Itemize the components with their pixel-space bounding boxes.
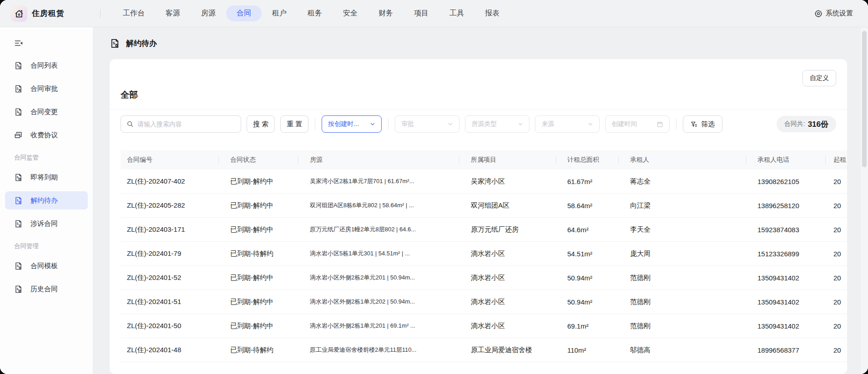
cell-contract-id: ZL(住)-202401-52 (121, 274, 218, 282)
cell-tenant: 范德刚 (618, 322, 746, 330)
sort-dropdown-value: 按创建时... (328, 120, 359, 128)
sidebar-item-label: 解约待办 (30, 196, 58, 205)
house-logo-icon (11, 5, 27, 22)
brand[interactable]: 住房租赁 (11, 5, 65, 22)
cell-area: 110m² (555, 346, 618, 354)
cell-project: 滴水岩小区 (459, 322, 555, 330)
cell-contract-id: ZL(住)-202407-402 (121, 177, 218, 186)
sidebar-section-contract-supervision: 合同监管 (5, 149, 88, 168)
cell-contract-id: ZL(住)-202401-51 (121, 298, 218, 306)
vertical-scrollbar[interactable] (861, 27, 868, 374)
sidebar-collapse-button[interactable] (5, 35, 88, 56)
cell-phone: 13509431402 (746, 298, 825, 306)
cell-contract-id: ZL(住)-202403-171 (121, 225, 218, 234)
table-row[interactable]: ZL(住)-202401-79 已到期-待解约 滴水岩小区5栋1单元301 | … (121, 242, 847, 266)
nav-item-security[interactable]: 安全 (333, 5, 368, 21)
cell-area: 54.51m² (555, 250, 618, 258)
property-type-filter-dropdown[interactable]: 房源类型 (465, 115, 530, 133)
cell-phone: 13896258120 (746, 202, 825, 209)
nav-item-finance[interactable]: 财务 (368, 5, 404, 21)
contracts-total-badge: 合同共: 316份 (777, 116, 836, 132)
column-header-start: 起租 (825, 156, 847, 164)
cell-project: 双河组团A区 (459, 201, 555, 210)
table-row[interactable]: ZL(住)-202401-52 已到期-解约中 滴水岩小区外侧2栋2单元201 … (121, 266, 847, 290)
nav-item-projects[interactable]: 项目 (404, 5, 439, 21)
sidebar-item-contract-approval[interactable]: 合同审批 (5, 80, 88, 98)
chevron-down-icon (370, 121, 375, 127)
cell-status: 已到期-待解约 (218, 249, 298, 258)
source-filter-dropdown[interactable]: 来源 (535, 115, 600, 133)
chevron-down-icon (588, 121, 593, 127)
table-row[interactable]: ZL(住)-202407-402 已到期-解约中 吴家湾小区2栋1单元7层701… (121, 170, 847, 194)
sidebar-item-litigation-contracts[interactable]: 涉诉合同 (5, 214, 88, 233)
nav-item-tools[interactable]: 工具 (439, 5, 474, 21)
nav-item-leasing[interactable]: 租务 (297, 5, 333, 21)
sort-dropdown[interactable]: 按创建时... (322, 115, 382, 133)
sidebar-item-contract-templates[interactable]: 合同模板 (5, 257, 88, 275)
top-navigation: 工作台 客源 房源 合同 租户 租务 安全 财务 项目 工具 报表 (112, 5, 510, 21)
customize-button[interactable]: 自定义 (802, 70, 836, 86)
litigation-contract-icon (14, 219, 23, 228)
cell-phone: 13509431402 (746, 274, 825, 282)
created-time-filter[interactable]: 创建时间 (605, 115, 670, 133)
table-row[interactable]: ZL(住)-202401-50 已到期-解约中 滴水岩小区外侧2栋1单元201 … (121, 314, 847, 338)
cell-contract-id: ZL(住)-202405-282 (121, 201, 218, 210)
sidebar-item-termination-todo[interactable]: 解约待办 (5, 191, 88, 209)
search-input[interactable] (137, 120, 235, 128)
sidebar: 合同列表 合同审批 合同变更 收费协议 合同监管 (0, 27, 93, 374)
nav-item-properties[interactable]: 房源 (191, 5, 226, 21)
cell-area: 64.6m² (555, 226, 618, 234)
search-box[interactable] (121, 115, 241, 133)
cell-phone: 15923874083 (746, 226, 825, 234)
topnav-divider (100, 9, 101, 18)
nav-item-workbench[interactable]: 工作台 (112, 5, 155, 21)
cell-project: 原工业局爱迪宿舍楼 (459, 346, 555, 354)
nav-item-tenants[interactable]: 租户 (262, 5, 297, 21)
expiring-contract-icon (14, 173, 23, 182)
sidebar-item-label: 即将到期 (30, 173, 58, 182)
scrollbar-thumb[interactable] (862, 31, 867, 167)
table-header-row: 合同编号 合同状态 房源 所属项目 计租总面积 承租人 承租人电话 起租 (121, 150, 847, 170)
search-button[interactable]: 搜 索 (247, 115, 275, 133)
total-value: 316份 (808, 119, 828, 130)
cell-status: 已到期-解约中 (218, 225, 298, 234)
cell-property: 滴水岩小区5栋1单元301 | 54.51m² | ... (298, 249, 459, 258)
tab-all[interactable]: 全部 (121, 89, 138, 101)
top-bar: 住房租赁 工作台 客源 房源 合同 租户 租务 安全 财务 项目 工具 报表 系… (0, 0, 868, 27)
nav-item-reports[interactable]: 报表 (474, 5, 510, 21)
reset-button[interactable]: 重 置 (280, 115, 308, 133)
column-header-project: 所属项目 (459, 156, 555, 164)
cell-start: 20 (825, 274, 847, 282)
cell-area: 69.1m² (555, 322, 618, 330)
sidebar-item-contract-list[interactable]: 合同列表 (5, 56, 88, 75)
nav-item-contracts[interactable]: 合同 (226, 5, 262, 21)
table-row[interactable]: ZL(住)-202401-51 已到期-解约中 滴水岩小区外侧2栋1单元202 … (121, 290, 847, 314)
table-row[interactable]: ZL(住)-202403-171 已到期-解约中 原万元纸厂还房1幢2单元8层8… (121, 218, 847, 242)
cell-tenant: 范德刚 (618, 298, 746, 306)
cell-area: 61.67m² (555, 178, 618, 185)
column-header-status: 合同状态 (218, 156, 298, 164)
column-header-contract-id: 合同编号 (121, 156, 218, 164)
sidebar-item-fee-agreement[interactable]: 收费协议 (5, 126, 88, 144)
cell-contract-id: ZL(住)-202401-50 (121, 322, 218, 330)
table-row[interactable]: ZL(住)-202405-282 已到期-解约中 双河组团A区8栋6单元802 … (121, 194, 847, 218)
cell-status: 已到期-解约中 (218, 298, 298, 306)
app-window: 住房租赁 工作台 客源 房源 合同 租户 租务 安全 财务 项目 工具 报表 系… (0, 0, 868, 374)
termination-todo-icon (14, 196, 23, 205)
nav-item-customers[interactable]: 客源 (155, 5, 191, 21)
table-row[interactable]: ZL(住)-202401-48 已到期-待解约 原工业局爱迪宿舍楼前楼2单元11… (121, 338, 847, 362)
search-icon (126, 120, 134, 128)
cell-start: 20 (825, 346, 847, 354)
column-header-area: 计租总面积 (555, 156, 618, 164)
funnel-icon (691, 121, 697, 128)
sidebar-item-contract-change[interactable]: 合同变更 (5, 103, 88, 121)
created-time-filter-value: 创建时间 (611, 120, 637, 128)
column-header-property: 房源 (298, 156, 459, 164)
approval-filter-dropdown[interactable]: 审批 (395, 115, 459, 133)
fee-agreement-icon (14, 131, 23, 140)
sidebar-item-history-contracts[interactable]: 历史合同 (5, 280, 88, 298)
system-settings-button[interactable]: 系统设置 (814, 9, 853, 18)
contract-template-icon (14, 262, 23, 270)
filter-button[interactable]: 筛选 (683, 115, 722, 133)
sidebar-item-expiring-soon[interactable]: 即将到期 (5, 168, 88, 186)
